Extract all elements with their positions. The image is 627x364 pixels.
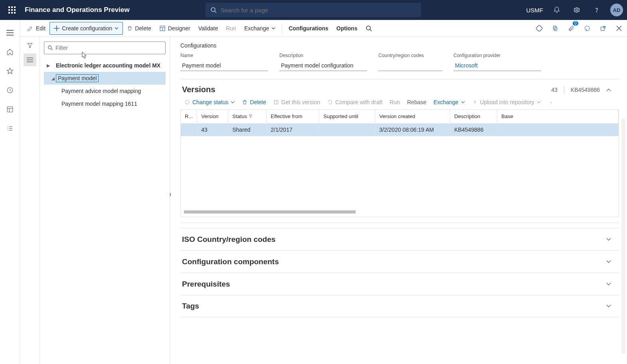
tree-item-label: Electronic ledger accounting model MX <box>54 62 162 69</box>
designer-button[interactable]: Designer <box>155 22 194 35</box>
nav-rail <box>0 20 20 364</box>
more-button[interactable]: · <box>550 99 552 105</box>
field-value[interactable]: Payment model configuration <box>279 60 367 71</box>
col-eff[interactable]: Effective from <box>267 110 319 123</box>
svg-rect-0 <box>8 6 10 8</box>
btn-label: Exchange <box>433 99 458 105</box>
user-avatar[interactable]: AD <box>610 4 623 16</box>
open-window-button[interactable] <box>550 24 560 33</box>
recent-button[interactable] <box>4 84 16 97</box>
hamburger-button[interactable] <box>4 26 16 39</box>
filter-button[interactable] <box>27 42 33 49</box>
home-button[interactable] <box>4 46 16 58</box>
filter-rail <box>20 37 40 364</box>
cell-base <box>497 123 619 136</box>
svg-point-32 <box>366 26 370 30</box>
svg-rect-2 <box>14 6 16 8</box>
popout-icon <box>600 25 606 32</box>
modules-button[interactable] <box>4 122 16 135</box>
col-version[interactable]: Version <box>197 110 228 123</box>
tree-item-payment-mapping-1611[interactable]: Payment model mapping 1611 <box>44 97 166 110</box>
company-selector[interactable]: USMF <box>526 7 544 14</box>
options-tab[interactable]: Options <box>332 22 362 35</box>
pin-button[interactable] <box>534 24 544 33</box>
col-sup[interactable]: Supported until <box>319 110 375 123</box>
field-value-link[interactable]: Microsoft <box>453 60 541 71</box>
svg-marker-16 <box>7 68 13 74</box>
scrollbar[interactable] <box>621 119 625 354</box>
col-status[interactable]: Status <box>228 110 267 123</box>
svg-rect-6 <box>8 12 10 14</box>
svg-rect-3 <box>8 9 10 11</box>
delete-button[interactable]: Delete <box>123 22 155 35</box>
versions-panel: Versions 43 KB4549886 Change status <box>180 79 619 223</box>
accordion-title: Configuration components <box>182 257 279 266</box>
tree-item-payment-advice[interactable]: Payment advice model mapping <box>44 85 166 97</box>
waffle-button[interactable] <box>4 2 20 18</box>
settings-button[interactable] <box>570 4 583 16</box>
versions-grid[interactable]: R... Version Status Effective from Suppo… <box>180 109 619 217</box>
notifications-button[interactable] <box>550 4 563 16</box>
tree-filter[interactable] <box>44 42 166 54</box>
accordion-tags[interactable]: Tags <box>180 295 619 317</box>
refresh-button[interactable] <box>582 24 592 33</box>
btn-label: Get this version <box>281 99 320 105</box>
accordion-iso[interactable]: ISO Country/region codes <box>180 228 619 250</box>
col-base[interactable]: Base <box>497 110 619 123</box>
pencil-icon <box>27 25 34 32</box>
svg-rect-5 <box>14 9 16 11</box>
tree-filter-input[interactable] <box>55 45 162 51</box>
search-icon <box>366 25 372 32</box>
page-caption: Configurations <box>180 42 619 49</box>
configurations-tab[interactable]: Configurations <box>285 22 332 35</box>
global-search-input[interactable] <box>221 7 416 14</box>
chevron-down-icon <box>606 238 611 241</box>
global-search[interactable] <box>206 3 421 17</box>
create-configuration-button[interactable]: Create configuration <box>49 22 123 35</box>
run-button: Run <box>222 22 240 35</box>
col-r[interactable]: R... <box>181 110 197 123</box>
field-value[interactable]: Payment model <box>180 60 268 71</box>
delete-version-button[interactable]: Delete <box>242 99 266 105</box>
tree-item-electronic-ledger[interactable]: ▶ Electronic ledger accounting model MX <box>44 59 166 72</box>
splitter-handle[interactable]: ▮ <box>170 188 171 200</box>
collapse-button[interactable] <box>606 88 611 91</box>
waffle-icon <box>8 6 16 14</box>
exchange-button[interactable]: Exchange <box>240 22 279 35</box>
copy-icon <box>552 25 558 32</box>
download-icon <box>273 99 279 105</box>
tree-item-payment-model[interactable]: ◢ Payment model <box>44 72 166 85</box>
field-name: Name Payment model <box>180 53 268 71</box>
star-icon <box>6 67 14 75</box>
col-desc[interactable]: Description <box>450 110 497 123</box>
bell-icon <box>553 6 560 14</box>
svg-marker-49 <box>249 115 252 118</box>
svg-rect-8 <box>14 12 16 14</box>
help-button[interactable] <box>590 4 603 16</box>
accordion-prereq[interactable]: Prerequisites <box>180 273 619 295</box>
cell-status: Shared <box>228 123 267 136</box>
rebase-button[interactable]: Rebase <box>407 99 426 105</box>
designer-icon <box>159 25 166 32</box>
exchange-version-button[interactable]: Exchange <box>433 99 465 105</box>
horizontal-scrollbar[interactable] <box>184 210 356 214</box>
refresh-icon <box>327 99 333 105</box>
popout-button[interactable] <box>598 24 608 33</box>
col-created[interactable]: Version created <box>375 110 450 123</box>
compare-draft-button: Compare with draft <box>327 99 382 105</box>
caret-right-icon: ▶ <box>45 63 51 68</box>
favorites-button[interactable] <box>4 65 16 77</box>
table-row[interactable]: 43 Shared 2/1/2017 3/2/2020 08:06:19 AM … <box>181 123 619 136</box>
list-toggle-button[interactable] <box>24 53 36 66</box>
close-button[interactable] <box>614 24 624 33</box>
field-value[interactable] <box>378 60 442 71</box>
validate-button[interactable]: Validate <box>194 22 222 35</box>
question-icon <box>593 6 600 14</box>
workspaces-button[interactable] <box>4 103 16 116</box>
change-status-button[interactable]: Change status <box>184 99 235 105</box>
accordion-components[interactable]: Configuration components <box>180 250 619 273</box>
find-button[interactable] <box>362 22 376 35</box>
attachments-button[interactable]: 0 <box>566 24 576 33</box>
edit-button[interactable]: Edit <box>23 22 49 35</box>
main-pane: ▮ Configurations Name Payment model Desc… <box>170 37 627 364</box>
